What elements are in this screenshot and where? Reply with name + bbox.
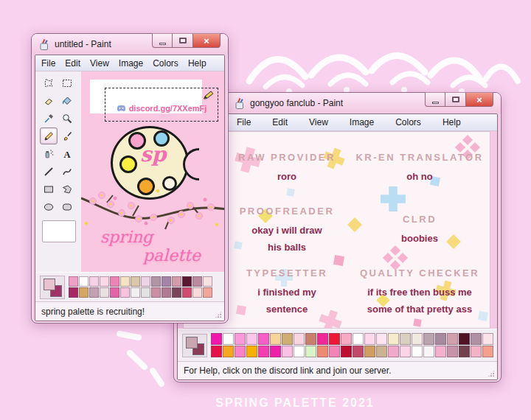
color-swatch[interactable] (447, 333, 458, 345)
menu-colors[interactable]: Colors (153, 58, 178, 69)
color-swatch[interactable] (69, 287, 78, 298)
color-swatch[interactable] (412, 346, 423, 357)
tool-pencil[interactable] (40, 127, 58, 144)
tool-text[interactable]: A (58, 145, 76, 162)
menu-view[interactable]: View (309, 117, 328, 127)
color-swatch[interactable] (162, 276, 171, 287)
color-swatch[interactable] (235, 346, 246, 357)
menu-help[interactable]: Help (442, 117, 461, 127)
color-swatch[interactable] (482, 346, 493, 357)
foreground-color-swatch[interactable] (186, 337, 198, 349)
color-swatch[interactable] (294, 333, 305, 345)
tool-fill[interactable] (58, 92, 76, 109)
color-swatch[interactable] (211, 346, 222, 357)
color-swatch[interactable] (246, 333, 257, 345)
color-swatch[interactable] (471, 346, 482, 357)
color-swatch[interactable] (282, 333, 293, 345)
tool-eraser[interactable] (40, 92, 58, 109)
tool-brush[interactable] (58, 127, 76, 144)
tool-magnifier[interactable] (58, 110, 76, 127)
resize-grip[interactable] (487, 370, 495, 377)
tool-curve[interactable] (58, 163, 76, 180)
tool-ellipse[interactable] (40, 198, 58, 215)
paint-canvas[interactable]: discord.gg/7XXemFj sp (81, 71, 224, 272)
color-swatch[interactable] (192, 287, 202, 298)
color-swatch[interactable] (110, 276, 119, 287)
foreground-background-colors[interactable] (182, 334, 207, 357)
paint-canvas[interactable]: RAW PROVIDER roro KR-EN TRANSLATOR oh no… (183, 131, 490, 329)
color-swatch[interactable] (69, 276, 78, 287)
menu-file[interactable]: File (41, 58, 55, 69)
color-swatch[interactable] (223, 346, 234, 357)
color-swatch[interactable] (329, 333, 340, 345)
color-swatch[interactable] (353, 346, 364, 357)
color-swatch[interactable] (400, 333, 411, 345)
color-swatch[interactable] (79, 276, 88, 287)
color-swatch[interactable] (192, 276, 202, 287)
menu-colors[interactable]: Colors (395, 117, 421, 127)
maximize-button[interactable] (445, 92, 465, 107)
menu-edit[interactable]: Edit (65, 58, 80, 69)
menu-view[interactable]: View (90, 58, 109, 69)
color-swatch[interactable] (364, 333, 375, 345)
color-swatch[interactable] (151, 287, 161, 298)
color-swatch[interactable] (270, 346, 281, 357)
color-swatch[interactable] (203, 287, 212, 298)
menu-image[interactable]: Image (350, 117, 374, 127)
color-swatch[interactable] (79, 287, 88, 298)
color-swatch[interactable] (89, 287, 99, 298)
color-swatch[interactable] (182, 287, 192, 298)
color-swatch[interactable] (294, 346, 305, 357)
color-swatch[interactable] (235, 333, 246, 345)
color-swatch[interactable] (100, 276, 109, 287)
color-swatch[interactable] (435, 346, 446, 357)
color-swatch[interactable] (376, 333, 387, 345)
tool-free-form-select[interactable] (40, 74, 58, 91)
menu-help[interactable]: Help (188, 58, 206, 69)
close-button[interactable]: × (465, 92, 493, 107)
tool-line[interactable] (40, 163, 58, 180)
color-swatch[interactable] (258, 333, 269, 345)
color-swatch[interactable] (258, 346, 269, 357)
color-swatch[interactable] (223, 333, 234, 345)
color-swatch[interactable] (317, 346, 328, 357)
color-swatch[interactable] (172, 287, 181, 298)
color-swatch[interactable] (182, 276, 192, 287)
color-swatch[interactable] (305, 346, 316, 357)
tool-polygon[interactable] (58, 181, 76, 197)
color-swatch[interactable] (131, 287, 140, 298)
color-swatch[interactable] (341, 333, 352, 345)
color-swatch[interactable] (482, 333, 493, 345)
tool-options-box[interactable] (42, 220, 76, 242)
color-swatch[interactable] (471, 333, 482, 345)
color-swatch[interactable] (120, 276, 130, 287)
color-swatch[interactable] (282, 346, 293, 357)
color-swatch[interactable] (435, 333, 446, 345)
color-swatch[interactable] (151, 276, 161, 287)
color-swatch[interactable] (423, 333, 434, 345)
color-swatch[interactable] (329, 346, 340, 357)
color-swatch[interactable] (364, 346, 375, 357)
color-swatch[interactable] (317, 333, 328, 345)
menu-file[interactable]: File (237, 117, 251, 127)
minimize-button[interactable] (152, 33, 173, 48)
minimize-button[interactable] (425, 92, 445, 107)
color-swatch[interactable] (341, 346, 352, 357)
close-button[interactable]: × (192, 33, 221, 48)
color-swatch[interactable] (120, 287, 130, 298)
color-swatch[interactable] (141, 287, 150, 298)
foreground-color-swatch[interactable] (44, 279, 55, 290)
tool-rounded-rectangle[interactable] (58, 198, 76, 215)
color-swatch[interactable] (89, 276, 99, 287)
discord-link[interactable]: discord.gg/7XXemFj (129, 104, 207, 113)
color-swatch[interactable] (203, 276, 212, 287)
color-swatch[interactable] (459, 346, 470, 357)
resize-grip[interactable] (215, 311, 222, 318)
tool-color-picker[interactable] (40, 110, 58, 127)
tool-rectangle[interactable] (40, 181, 58, 197)
color-swatch[interactable] (388, 333, 399, 345)
color-swatch[interactable] (376, 346, 387, 357)
menu-edit[interactable]: Edit (272, 117, 288, 127)
color-swatch[interactable] (353, 333, 364, 345)
color-swatch[interactable] (388, 346, 399, 357)
